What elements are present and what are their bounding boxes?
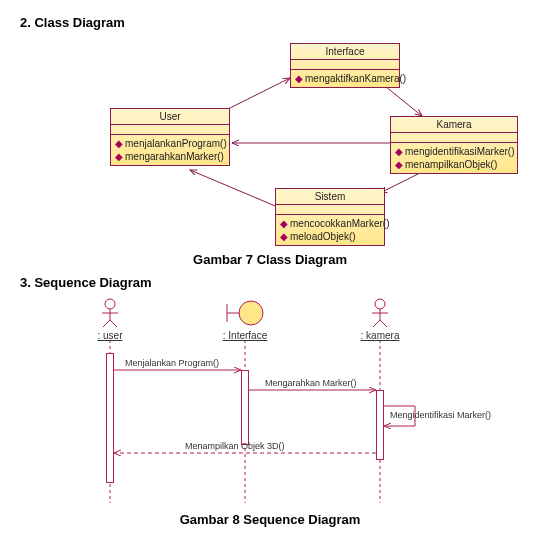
sequence-diagram-caption: Gambar 8 Sequence Diagram [20,512,520,527]
svg-line-4 [190,170,280,208]
class-user: User ◆menjalankanProgram() ◆mengarahkanM… [110,108,230,166]
op-interface-0: ◆mengaktifkanKamera() [295,72,395,85]
activation-kamera [376,390,384,460]
op-sistem-1: ◆meloadObjek() [280,230,380,243]
section-3-heading: 3. Sequence Diagram [20,275,520,290]
svg-point-11 [105,299,115,309]
class-diagram-caption: Gambar 7 Class Diagram [20,252,520,267]
msg-identify-marker: Mengidentifikasi Marker() [390,410,491,420]
class-kamera: Kamera ◆mengidentifikasiMarker() ◆menamp… [390,116,518,174]
section-2-heading: 2. Class Diagram [20,15,520,30]
lifeline-kamera-head: : kamera [345,298,415,341]
class-interface: Interface ◆mengaktifkanKamera() [290,43,400,88]
msg-run-program: Menjalankan Program() [125,358,219,368]
actor-icon [95,298,125,328]
class-interface-title: Interface [291,44,399,60]
op-kamera-0: ◆mengidentifikasiMarker() [395,145,513,158]
op-user-0: ◆menjalankanProgram() [115,137,225,150]
svg-line-14 [103,320,110,327]
lifeline-user-label: : user [75,330,145,341]
class-kamera-title: Kamera [391,117,517,133]
svg-point-18 [239,301,263,325]
svg-line-22 [373,320,380,327]
svg-line-23 [380,320,387,327]
sequence-diagram: : user : Interface : kamera Menjalankan … [55,298,485,508]
actor-icon [365,298,395,328]
lifeline-user-head: : user [75,298,145,341]
lifeline-kamera-label: : kamera [345,330,415,341]
activation-interface [241,370,249,445]
class-user-title: User [111,109,229,125]
op-sistem-0: ◆mencocokkanMarker() [280,217,380,230]
class-diagram: Interface ◆mengaktifkanKamera() User ◆me… [80,38,500,248]
op-user-1: ◆mengarahkanMarker() [115,150,225,163]
class-sistem-title: Sistem [276,189,384,205]
lifeline-interface-head: : Interface [210,298,280,341]
msg-aim-marker: Mengarahkan Marker() [265,378,357,388]
lifeline-interface-label: : Interface [210,330,280,341]
activation-user [106,353,114,483]
svg-line-15 [110,320,117,327]
boundary-icon [223,298,267,328]
svg-point-19 [375,299,385,309]
op-kamera-1: ◆menampilkanObjek() [395,158,513,171]
class-sistem: Sistem ◆mencocokkanMarker() ◆meloadObjek… [275,188,385,246]
msg-show-object: Menampilkan Objek 3D() [185,441,285,451]
